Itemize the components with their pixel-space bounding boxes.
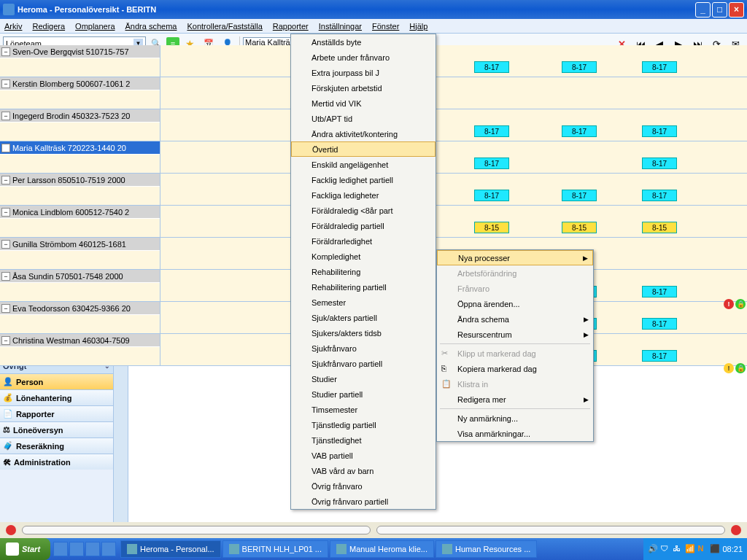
- expand-icon[interactable]: −: [1, 208, 10, 217]
- menu-item[interactable]: Studier partiell: [291, 386, 436, 402]
- menu-item[interactable]: Arbete under frånvaro: [291, 50, 436, 65]
- menu-item[interactable]: Förskjuten arbetstid: [291, 80, 436, 96]
- menu-item[interactable]: Studier: [291, 371, 436, 386]
- menu-item[interactable]: VAB partiell: [291, 448, 436, 463]
- warning-badge[interactable]: !: [724, 363, 734, 373]
- menu-fonster[interactable]: Fönster: [372, 22, 399, 31]
- menu-kontrollera[interactable]: Kontrollera/Fastställa: [187, 22, 262, 31]
- menu-item[interactable]: Visa anmärkningar...: [437, 426, 593, 441]
- menu-item[interactable]: Övertid: [291, 141, 436, 157]
- expand-icon[interactable]: −: [1, 304, 10, 313]
- shift-block[interactable]: 8-17: [474, 190, 509, 201]
- schedule-slots[interactable]: SJ8-178-17: [160, 141, 747, 173]
- expand-icon[interactable]: −: [1, 272, 10, 281]
- menu-omplanera[interactable]: Omplanera: [75, 22, 115, 31]
- record-icon[interactable]: [6, 525, 16, 535]
- menu-item[interactable]: Ändra schema▶: [437, 311, 593, 327]
- menu-item[interactable]: Övrig frånvaro partiell: [291, 494, 436, 509]
- menu-item[interactable]: Ändra aktivitet/kontering: [291, 126, 436, 141]
- lock-badge[interactable]: 🔒: [735, 363, 746, 373]
- taskbar-item[interactable]: Human Resources ...: [436, 540, 537, 558]
- ql-icon[interactable]: [101, 542, 116, 556]
- expand-icon[interactable]: −: [1, 47, 10, 56]
- menu-item[interactable]: Föräldraledig <8år part: [291, 203, 436, 218]
- menu-arkiv[interactable]: Arkiv: [4, 22, 22, 31]
- start-button[interactable]: Start: [0, 538, 50, 560]
- menu-item[interactable]: Redigera mer▶: [437, 392, 593, 407]
- expand-icon[interactable]: −: [1, 176, 10, 184]
- menu-item[interactable]: Öppna ärenden...: [437, 296, 593, 311]
- taskbar-item[interactable]: Heroma - Personal...: [120, 540, 220, 558]
- menu-item[interactable]: Utb/APT tid: [291, 111, 436, 126]
- shift-block[interactable]: 8-17: [562, 61, 597, 73]
- expand-icon[interactable]: −: [1, 144, 10, 152]
- shift-block[interactable]: 8-17: [562, 190, 597, 201]
- menu-item[interactable]: Resurscentrum▶: [437, 327, 593, 342]
- menu-item[interactable]: Kompledighet: [291, 249, 436, 264]
- ql-icon[interactable]: [69, 542, 84, 556]
- menu-item[interactable]: Anställds byte: [291, 34, 436, 50]
- menu-item[interactable]: Rehabilitering: [291, 264, 436, 279]
- shift-block[interactable]: 8-15: [642, 222, 677, 233]
- expand-icon[interactable]: −: [1, 240, 10, 249]
- shift-block[interactable]: 8-17: [642, 350, 677, 362]
- maximize-button[interactable]: □: [712, 2, 727, 18]
- clock[interactable]: 08:21: [722, 545, 743, 553]
- menu-item[interactable]: Fackliga ledigheter: [291, 187, 436, 203]
- menu-item[interactable]: Facklig ledighet partiell: [291, 172, 436, 187]
- menu-item[interactable]: Rehabilitering partiell: [291, 279, 436, 295]
- menu-item[interactable]: Nya processer▶: [437, 250, 593, 265]
- menu-item[interactable]: Föräldrarledighet: [291, 233, 436, 249]
- menu-item[interactable]: Sjukfrånvaro partiell: [291, 356, 436, 371]
- minimize-button[interactable]: _: [695, 2, 711, 18]
- menu-item[interactable]: Sjukfrånvaro: [291, 341, 436, 356]
- tray-icon[interactable]: ⬛: [710, 544, 720, 554]
- shift-block[interactable]: 8-17: [642, 158, 677, 169]
- menu-item[interactable]: Semester: [291, 295, 436, 310]
- menu-hjalp[interactable]: Hjälp: [409, 22, 427, 31]
- menu-item[interactable]: Ny anmärkning...: [437, 411, 593, 426]
- menu-item[interactable]: Sjukers/akters tidsb: [291, 325, 436, 341]
- expand-icon[interactable]: −: [1, 336, 10, 345]
- menu-item[interactable]: ⎘Kopiera markerad dag: [437, 361, 593, 376]
- shift-block[interactable]: 8-17: [474, 61, 509, 73]
- shift-block[interactable]: 8-17: [642, 125, 677, 137]
- record-icon[interactable]: [731, 525, 741, 535]
- tray-icon[interactable]: 🔊: [648, 544, 658, 554]
- tray-icon[interactable]: N: [697, 544, 708, 554]
- menu-redigera[interactable]: Redigera: [32, 22, 65, 31]
- menu-item[interactable]: Extra jourpass bil J: [291, 65, 436, 80]
- menu-item[interactable]: Timsemester: [291, 402, 436, 417]
- menu-item[interactable]: Enskild angelägenhet: [291, 157, 436, 172]
- ql-icon[interactable]: [53, 542, 68, 556]
- shift-block[interactable]: 8-17: [474, 158, 509, 169]
- menu-item[interactable]: Föräldraledig partiell: [291, 218, 436, 233]
- ql-icon[interactable]: [85, 542, 100, 556]
- menu-installningar[interactable]: Inställningar: [319, 22, 362, 31]
- schedule-slots[interactable]: 8-178-178-178-17: [160, 174, 747, 205]
- tray-icon[interactable]: 🖧: [673, 544, 683, 554]
- menu-item[interactable]: Mertid vid VIK: [291, 96, 436, 111]
- schedule-slots[interactable]: 8-178-178-178-17: [160, 109, 747, 141]
- expand-icon[interactable]: −: [1, 112, 10, 120]
- menu-item[interactable]: Sjuk/akters partiell: [291, 310, 436, 325]
- taskbar-item[interactable]: Manual Heroma klie...: [330, 540, 434, 558]
- menu-item[interactable]: Tjänstledig partiell: [291, 417, 436, 432]
- shift-block[interactable]: 8-17: [642, 190, 677, 201]
- menu-item[interactable]: Övrig frånvaro: [291, 478, 436, 494]
- menu-item[interactable]: Tjänstledighet: [291, 432, 436, 448]
- tray-icon[interactable]: 📶: [685, 544, 695, 554]
- lock-badge[interactable]: 🔒: [735, 299, 746, 309]
- shift-block[interactable]: 8-17: [474, 125, 509, 137]
- schedule-slots[interactable]: 8-178-178-178-17: [160, 45, 747, 77]
- schedule-slots[interactable]: 8-158-158-158-15: [160, 206, 747, 237]
- menu-andra-schema[interactable]: Ändra schema: [125, 22, 177, 31]
- shift-block[interactable]: 8-15: [474, 222, 509, 233]
- shift-block[interactable]: 8-17: [642, 318, 677, 330]
- shift-block[interactable]: 8-17: [642, 61, 677, 73]
- close-button[interactable]: ×: [729, 2, 744, 18]
- tray-icon[interactable]: 🛡: [660, 544, 670, 554]
- expand-icon[interactable]: −: [1, 79, 10, 88]
- menu-rapporter[interactable]: Rapporter: [273, 22, 309, 31]
- taskbar-item[interactable]: BERITN HLH_LP01 ...: [222, 540, 328, 558]
